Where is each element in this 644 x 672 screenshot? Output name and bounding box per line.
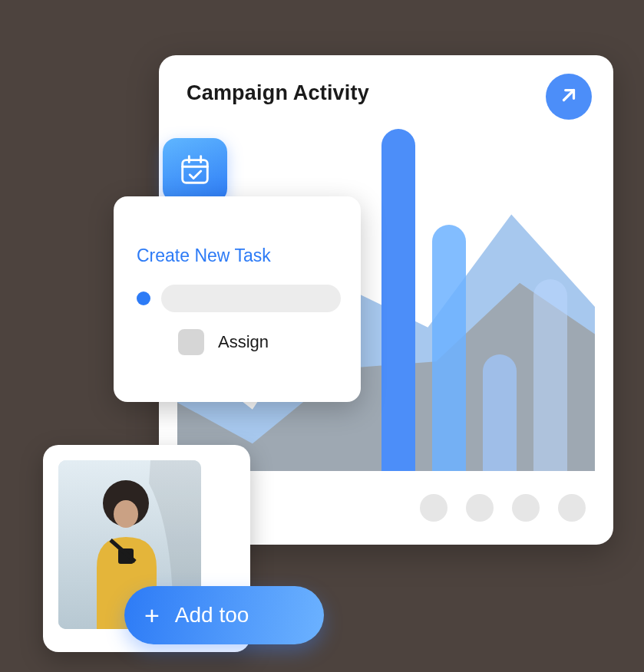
chart-bar bbox=[533, 279, 567, 471]
xaxis-dot bbox=[420, 494, 447, 522]
svg-line-0 bbox=[564, 91, 574, 100]
add-too-label: Add too bbox=[175, 603, 249, 628]
task-bullet-icon bbox=[137, 292, 150, 305]
assignee-placeholder-icon bbox=[178, 329, 204, 355]
chart-bar bbox=[483, 354, 517, 471]
chart-bar bbox=[432, 225, 466, 471]
calendar-check-icon bbox=[163, 138, 227, 203]
task-name-input[interactable] bbox=[161, 285, 341, 312]
campaign-title: Campaign Activity bbox=[187, 81, 586, 105]
task-input-row bbox=[137, 285, 341, 312]
assign-row[interactable]: Assign bbox=[178, 329, 341, 355]
arrow-up-right-icon bbox=[559, 85, 579, 108]
xaxis-dot bbox=[466, 494, 494, 522]
create-task-title: Create New Task bbox=[137, 245, 341, 266]
xaxis-dot bbox=[558, 494, 586, 522]
expand-button[interactable] bbox=[546, 74, 592, 120]
plus-icon: + bbox=[144, 602, 160, 628]
xaxis-dot bbox=[512, 494, 540, 522]
chart-bar bbox=[381, 129, 415, 471]
create-task-card: Create New Task Assign bbox=[114, 196, 361, 402]
assign-label: Assign bbox=[218, 332, 269, 352]
svg-point-7 bbox=[114, 500, 138, 528]
svg-rect-1 bbox=[183, 160, 208, 183]
add-too-button[interactable]: + Add too bbox=[124, 586, 324, 644]
